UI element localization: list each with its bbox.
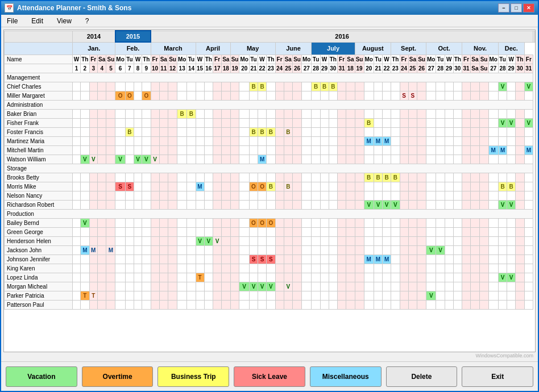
- row-martinez-maria[interactable]: Martinez Maria MMM: [5, 136, 535, 145]
- row-morgan-micheal[interactable]: Morgan Micheal VVVV V: [5, 282, 535, 291]
- dw-50: W: [507, 55, 516, 64]
- business-trip-button[interactable]: Business Trip: [157, 366, 229, 387]
- dw-8: W: [134, 55, 142, 64]
- month-aug: August: [355, 42, 391, 55]
- row-jackson-john[interactable]: Jackson John MMM VV: [5, 245, 535, 255]
- dw-21: Tu: [249, 55, 258, 64]
- dw-46: Sa: [471, 55, 480, 64]
- row-henderson-helen[interactable]: Henderson Helen VVV: [5, 236, 535, 245]
- row-johnson-jennifer[interactable]: Johnson Jennifer SSS MMM: [5, 255, 535, 264]
- overtime-button[interactable]: Overtime: [82, 366, 154, 387]
- dw-37: Th: [391, 55, 400, 64]
- row-baker-brian[interactable]: Baker Brian BB: [5, 109, 535, 118]
- dw-23: Th: [267, 55, 276, 64]
- dw-28: Tu: [312, 55, 320, 64]
- main-content: 2014 2015 2016 Jan. Feb. March April May…: [1, 27, 538, 361]
- month-jan: Jan.: [73, 42, 115, 55]
- dw-19: Su: [230, 55, 239, 64]
- row-nelson-nancy[interactable]: Nelson Nancy: [5, 191, 535, 200]
- dw-41: Mo: [426, 55, 436, 64]
- dw-48: Mo: [488, 55, 498, 64]
- dw-47: Su: [479, 55, 488, 64]
- dw-49: Tu: [498, 55, 507, 64]
- month-nov: Nov.: [462, 42, 499, 55]
- miscellaneous-button[interactable]: Miscellaneous: [310, 366, 382, 387]
- month-feb: Feb.: [115, 42, 151, 55]
- menu-edit[interactable]: Edit: [28, 16, 47, 26]
- dw-22: W: [258, 55, 267, 64]
- row-brooks-betty[interactable]: Brooks Betty BBB B: [5, 173, 535, 182]
- row-richardson-robert[interactable]: Richardson Robert VVV V VV: [5, 200, 535, 209]
- main-window: 📅 Attendance Planner - Smith & Sons − □ …: [0, 0, 539, 392]
- minimize-button[interactable]: −: [498, 3, 509, 12]
- window-title: Attendance Planner - Smith & Sons: [17, 4, 131, 12]
- bottom-bar: Vacation Overtime Business Trip Sick Lea…: [1, 361, 538, 391]
- dw-24: Fr: [275, 55, 284, 64]
- row-morris-mike[interactable]: Morris Mike SS M OOB B BB: [5, 182, 535, 191]
- month-july: July: [312, 42, 355, 55]
- year-row: 2014 2015 2016: [5, 31, 535, 42]
- exit-button[interactable]: Exit: [462, 366, 533, 387]
- menu-view[interactable]: View: [53, 16, 75, 26]
- dw-10: Fr: [151, 55, 159, 64]
- dw-14: Tu: [187, 55, 196, 64]
- dw-18: Sa: [222, 55, 231, 64]
- close-button[interactable]: ✕: [523, 3, 534, 12]
- row-green-george[interactable]: Green George: [5, 227, 535, 236]
- year-name-cell: [5, 31, 73, 42]
- month-oct: Oct.: [426, 42, 462, 55]
- dw-32: Sa: [346, 55, 355, 64]
- dw-11: Sa: [159, 55, 168, 64]
- row-patterson-paul[interactable]: Patterson Paul: [5, 300, 535, 309]
- row-bailey-bernd[interactable]: Bailey Bernd V OOO: [5, 218, 535, 227]
- col-header-name: Name: [5, 55, 73, 64]
- dw-43: W: [445, 55, 453, 64]
- month-april: April: [196, 42, 230, 55]
- dw-38: Fr: [400, 55, 408, 64]
- row-lopez-linda[interactable]: Lopez Linda T VV: [5, 273, 535, 282]
- year-2014[interactable]: 2014: [73, 31, 115, 42]
- dw-36: W: [383, 55, 391, 64]
- dayofweek-row: Name W Th Fr Sa Su Mo Tu W Th Fr Sa Su: [5, 55, 535, 64]
- row-miller-margaret[interactable]: Miller Margaret OOO SS: [5, 91, 535, 100]
- row-king-karen[interactable]: King Karen: [5, 264, 535, 273]
- vacation-button[interactable]: Vacation: [6, 366, 77, 387]
- dw-40: Su: [417, 55, 426, 64]
- dw-42: Tu: [436, 55, 445, 64]
- dw-45: Fr: [462, 55, 471, 64]
- month-name-header: [5, 42, 73, 55]
- dw-5: Su: [106, 55, 115, 64]
- dw-27: Mo: [301, 55, 311, 64]
- menu-help[interactable]: ?: [82, 16, 93, 26]
- scroll-area[interactable]: 2014 2015 2016 Jan. Feb. March April May…: [3, 30, 536, 352]
- dw-1: W: [73, 55, 81, 64]
- month-row: Jan. Feb. March April May June July Augu…: [5, 42, 535, 55]
- section-administration: Administration: [5, 100, 535, 109]
- watermark: WindowsCompatible.com: [3, 352, 536, 359]
- row-foster-francis[interactable]: Foster Francis B BBB B: [5, 127, 535, 136]
- sick-leave-button[interactable]: Sick Leave: [234, 366, 305, 387]
- dw-4: Sa: [97, 55, 106, 64]
- month-june: June: [275, 42, 312, 55]
- year-2016[interactable]: 2016: [151, 31, 533, 42]
- dw-25: Sa: [284, 55, 293, 64]
- maximize-button[interactable]: □: [511, 3, 522, 12]
- dw-20: Mo: [239, 55, 249, 64]
- delete-button[interactable]: Delete: [386, 366, 458, 387]
- row-parker-patricia[interactable]: Parker Patricia TT V: [5, 291, 535, 300]
- month-dec: Dec.: [498, 42, 524, 55]
- dw-6: Mo: [115, 55, 125, 64]
- dw-26: Su: [293, 55, 302, 64]
- dw-35: Tu: [374, 55, 382, 64]
- dw-2: Th: [81, 55, 90, 64]
- menu-file[interactable]: File: [3, 16, 21, 26]
- dw-30: Th: [329, 55, 338, 64]
- row-fisher-frank[interactable]: Fisher Frank B VVV: [5, 118, 535, 127]
- dw-51: Th: [516, 55, 525, 64]
- year-2015[interactable]: 2015: [115, 31, 151, 42]
- row-mitchell-martin[interactable]: Mitchell Martin M MM: [5, 145, 535, 155]
- dw-33: Su: [355, 55, 364, 64]
- row-chief-charles[interactable]: Chief Charles BB BBB VV: [5, 82, 535, 91]
- dw-29: W: [320, 55, 329, 64]
- row-watson-william[interactable]: Watson William VV VVV V M: [5, 155, 535, 164]
